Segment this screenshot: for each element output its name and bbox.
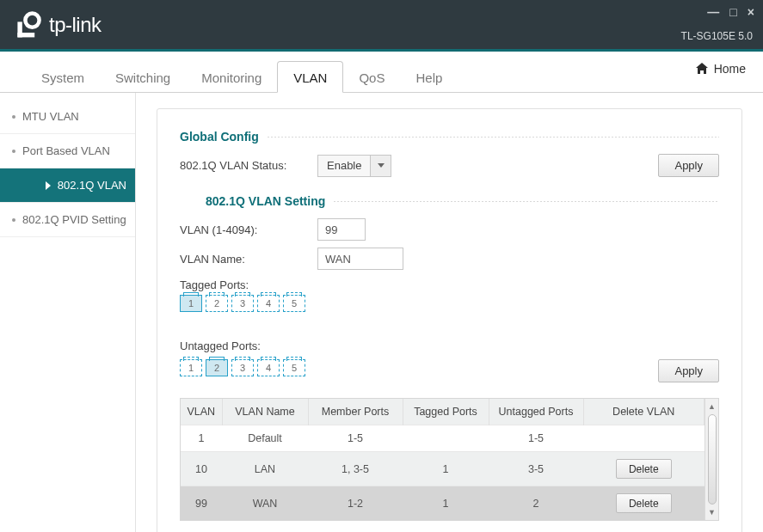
cell-tagged: 1: [403, 486, 489, 521]
sidebar-item-8021q-vlan[interactable]: 802.1Q VLAN: [0, 168, 135, 203]
vlan-id-input[interactable]: [317, 218, 366, 241]
home-button[interactable]: Home: [695, 62, 746, 76]
row-vlan-status: 802.1Q VLAN Status: Enable Apply: [180, 154, 719, 177]
tab-vlan[interactable]: VLAN: [277, 61, 343, 93]
th-delete-vlan: Delete VLAN: [583, 399, 705, 425]
brand-text: tp-link: [49, 13, 102, 37]
table-row[interactable]: 10 LAN 1, 3-5 1 3-5 Delete: [181, 452, 705, 486]
content-pane: Global Config 802.1Q VLAN Status: Enable…: [136, 93, 763, 532]
scroll-up-icon[interactable]: ▲: [708, 402, 716, 411]
tab-qos[interactable]: QoS: [343, 62, 400, 92]
delete-button[interactable]: Delete: [616, 459, 672, 479]
table-row[interactable]: 1 Default 1-5 1-5: [181, 425, 705, 452]
tagged-ports: 1 2 3 4 5: [180, 295, 719, 312]
sidebar-item-label: 802.1Q VLAN: [58, 179, 126, 192]
tagged-port-1[interactable]: 1: [180, 295, 202, 312]
sidebar-item-mtu-vlan[interactable]: MTU VLAN: [0, 100, 135, 134]
tagged-port-3[interactable]: 3: [231, 295, 254, 312]
cell-vlan-name: Default: [222, 425, 308, 452]
table-row[interactable]: 99 WAN 1-2 1 2 Delete: [181, 486, 705, 521]
section-divider: [268, 137, 719, 138]
cell-member: 1, 3-5: [308, 452, 403, 486]
cell-vlan: 99: [181, 486, 222, 521]
th-vlan-name: VLAN Name: [222, 399, 308, 425]
cell-untagged: 3-5: [489, 452, 583, 486]
home-label: Home: [714, 62, 746, 76]
untagged-port-3[interactable]: 3: [231, 359, 254, 376]
sidebar-item-label: 802.1Q PVID Setting: [22, 213, 126, 226]
scroll-down-icon[interactable]: ▼: [708, 508, 716, 517]
cell-untagged: 1-5: [489, 425, 583, 452]
dropdown-toggle[interactable]: [370, 156, 391, 176]
scroll-thumb[interactable]: [708, 414, 717, 504]
sidebar-item-label: MTU VLAN: [22, 110, 79, 123]
th-untagged-ports: Untagged Ports: [489, 399, 583, 425]
untagged-port-2[interactable]: 2: [206, 359, 228, 376]
vlan-table: VLAN VLAN Name Member Ports Tagged Ports…: [181, 399, 705, 520]
cell-delete: Delete: [583, 452, 705, 486]
section-title-setting: 802.1Q VLAN Setting: [206, 194, 334, 208]
cell-vlan: 1: [181, 425, 222, 452]
tab-monitoring[interactable]: Monitoring: [186, 62, 277, 92]
cell-vlan-name: LAN: [222, 452, 308, 486]
close-button[interactable]: ×: [748, 5, 754, 19]
apply-global-wrap: Apply: [658, 154, 719, 177]
svg-point-0: [25, 13, 39, 27]
chevron-right-icon: [46, 181, 51, 190]
minimize-button[interactable]: —: [707, 5, 719, 19]
top-nav: System Switching Monitoring VLAN QoS Hel…: [0, 52, 763, 93]
cell-untagged: 2: [489, 486, 583, 521]
row-vlan-id: VLAN (1-4094):: [180, 218, 719, 241]
sidebar-item-label: Port Based VLAN: [22, 144, 110, 157]
section-head-setting: 802.1Q VLAN Setting: [180, 194, 719, 208]
tab-system[interactable]: System: [26, 62, 100, 92]
bullet-icon: [12, 115, 15, 119]
vlan-status-select[interactable]: Enable: [317, 155, 391, 177]
untagged-port-5[interactable]: 5: [283, 359, 305, 376]
maximize-button[interactable]: □: [729, 5, 736, 19]
bullet-icon: [12, 218, 15, 222]
bullet-icon: [12, 150, 15, 153]
table-scrollbar[interactable]: ▲ ▼: [705, 399, 718, 520]
cell-vlan-name: WAN: [222, 486, 308, 521]
th-tagged-ports: Tagged Ports: [403, 399, 489, 425]
tp-link-logo-icon: [13, 9, 44, 40]
sidebar: MTU VLAN Port Based VLAN 802.1Q VLAN 802…: [0, 93, 136, 532]
tab-help[interactable]: Help: [400, 62, 458, 92]
model-version: TL-SG105E 5.0: [681, 30, 753, 42]
sidebar-item-port-based-vlan[interactable]: Port Based VLAN: [0, 134, 135, 168]
tab-switching[interactable]: Switching: [100, 62, 186, 92]
svg-rect-2: [17, 33, 34, 37]
untagged-ports: 1 2 3 4 5: [180, 359, 305, 376]
section-divider: [334, 201, 719, 202]
brand-logo: tp-link: [13, 9, 102, 40]
cell-tagged: [403, 425, 489, 452]
vlan-table-wrap: VLAN VLAN Name Member Ports Tagged Ports…: [180, 398, 719, 521]
cell-member: 1-2: [308, 486, 403, 521]
untagged-port-1[interactable]: 1: [180, 359, 202, 376]
section-head-global: Global Config: [180, 130, 719, 144]
vlan-status-value: Enable: [318, 159, 370, 172]
tagged-ports-label: Tagged Ports:: [180, 278, 719, 291]
tagged-port-2[interactable]: 2: [206, 295, 228, 312]
delete-button[interactable]: Delete: [616, 493, 672, 513]
vlan-name-label: VLAN Name:: [180, 253, 317, 266]
apply-setting-button[interactable]: Apply: [658, 359, 719, 382]
home-icon: [695, 63, 709, 75]
row-vlan-name: VLAN Name:: [180, 248, 719, 270]
row-untagged: 1 2 3 4 5 Apply: [180, 359, 719, 382]
chevron-down-icon: [378, 163, 385, 168]
main-area: MTU VLAN Port Based VLAN 802.1Q VLAN 802…: [0, 93, 763, 532]
untagged-port-4[interactable]: 4: [257, 359, 280, 376]
cell-delete: Delete: [583, 486, 705, 521]
cell-vlan: 10: [181, 452, 222, 486]
tagged-port-4[interactable]: 4: [257, 295, 280, 312]
cell-member: 1-5: [308, 425, 403, 452]
apply-global-button[interactable]: Apply: [658, 154, 719, 177]
sidebar-item-8021q-pvid[interactable]: 802.1Q PVID Setting: [0, 203, 135, 237]
tagged-port-5[interactable]: 5: [283, 295, 305, 312]
vlan-status-label: 802.1Q VLAN Status:: [180, 159, 317, 172]
window-controls: — □ ×: [707, 5, 754, 19]
title-bar: tp-link — □ × TL-SG105E 5.0: [0, 0, 763, 52]
vlan-name-input[interactable]: [317, 248, 403, 270]
